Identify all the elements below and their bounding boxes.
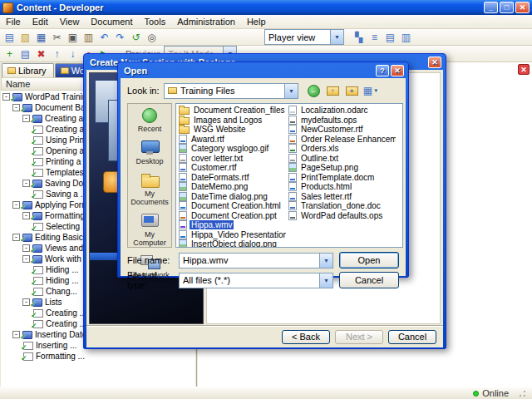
look-in-combo[interactable]: Training Files ▼ bbox=[164, 83, 298, 99]
resize-grip[interactable] bbox=[517, 388, 527, 398]
tree-expander-icon[interactable]: - bbox=[12, 104, 20, 111]
file-item[interactable]: cover letter.txt bbox=[179, 154, 286, 164]
tree-expander-icon[interactable]: - bbox=[22, 212, 30, 219]
tree-expander-icon[interactable]: - bbox=[22, 255, 30, 263]
menu-item-document[interactable]: Document bbox=[85, 15, 138, 28]
new-document-icon[interactable]: ▤ bbox=[2, 30, 17, 45]
file-item[interactable]: Localization.odarc bbox=[288, 106, 396, 116]
redo-icon[interactable]: ↷ bbox=[112, 30, 128, 45]
online-status-label: Online bbox=[482, 388, 509, 398]
menu-item-file[interactable]: File bbox=[0, 15, 27, 28]
tree-expander-icon[interactable]: - bbox=[12, 331, 20, 338]
close-button[interactable]: ✕ bbox=[515, 2, 530, 13]
preview-pane-icon[interactable]: ▥ bbox=[398, 30, 414, 45]
file-item[interactable]: PageSetup.png bbox=[288, 163, 396, 173]
undo-icon[interactable]: ↶ bbox=[96, 30, 112, 45]
refresh-icon[interactable]: ↺ bbox=[128, 30, 144, 45]
open-cancel-button[interactable]: Cancel bbox=[339, 272, 399, 288]
file-item[interactable]: Translation_done.doc bbox=[288, 201, 396, 211]
file-item[interactable]: PrintTemplate.docm bbox=[288, 173, 396, 183]
file-item[interactable]: WSG Website bbox=[179, 125, 286, 135]
file-item[interactable]: Customer.rtf bbox=[179, 163, 286, 173]
file-item[interactable]: Sales letter.rtf bbox=[288, 192, 396, 202]
file-item-label: DateTime dialog.png bbox=[190, 192, 269, 201]
book-icon: ✓ bbox=[22, 331, 32, 339]
open-icon[interactable]: ▧ bbox=[17, 30, 33, 45]
menu-item-help[interactable]: Help bbox=[241, 15, 272, 28]
next-button[interactable]: Next > bbox=[335, 330, 383, 344]
file-name-combo[interactable]: Hippa.wmv ▼ bbox=[179, 253, 333, 268]
move-up-icon[interactable]: ↑ bbox=[49, 47, 65, 62]
file-item[interactable]: Orders.xls bbox=[288, 144, 396, 154]
save-icon[interactable]: ▦ bbox=[33, 30, 49, 45]
file-item[interactable]: Category wsglogo.gif bbox=[179, 144, 286, 154]
details-view-icon[interactable]: ▤ bbox=[382, 30, 398, 45]
dialog-close-icon[interactable]: ✕ bbox=[428, 57, 441, 68]
checkmark-icon: ✓ bbox=[31, 192, 37, 200]
file-item[interactable]: Hippa.wmv bbox=[179, 220, 286, 230]
menu-item-administration[interactable]: Administration bbox=[171, 15, 241, 28]
tree-expander-icon[interactable]: - bbox=[12, 201, 20, 209]
file-item[interactable]: Document Creation_files bbox=[179, 106, 286, 116]
tree-expander-icon[interactable]: - bbox=[22, 180, 30, 187]
tree-expander-icon[interactable]: - bbox=[22, 244, 30, 252]
menu-item-view[interactable]: View bbox=[54, 15, 86, 28]
file-item[interactable]: Document Creation.html bbox=[179, 201, 286, 211]
file-item[interactable]: DateMemo.png bbox=[179, 182, 286, 192]
file-item[interactable]: Hippa_Video Presentation.html bbox=[179, 230, 286, 240]
file-type-combo[interactable]: All files (*.*) ▼ bbox=[179, 273, 333, 288]
file-item[interactable]: Document Creation.ppt bbox=[179, 211, 286, 221]
wizard-cancel-button[interactable]: Cancel bbox=[388, 330, 436, 344]
add-topic-icon[interactable]: ▤ bbox=[17, 47, 33, 62]
document-close-icon[interactable]: ✕ bbox=[518, 64, 530, 75]
tree-expander-icon[interactable]: - bbox=[22, 115, 30, 122]
html-file-icon bbox=[179, 230, 187, 239]
search-icon[interactable]: ◎ bbox=[144, 30, 160, 45]
open-dialog-close-icon[interactable]: ✕ bbox=[391, 65, 404, 76]
back-button[interactable]: < Back bbox=[282, 330, 330, 344]
tree-expander-icon[interactable]: - bbox=[12, 234, 20, 241]
file-item[interactable]: Order Release Enhancements.ppt bbox=[288, 135, 396, 145]
tab-library[interactable]: Library bbox=[2, 63, 54, 77]
place-desktop[interactable]: Desktop bbox=[135, 140, 163, 165]
place-my-documents[interactable]: My Documents bbox=[128, 172, 171, 206]
file-item[interactable]: Images and Logos bbox=[179, 116, 286, 126]
place-recent[interactable]: Recent bbox=[138, 107, 162, 133]
file-item[interactable]: DateTime dialog.png bbox=[179, 192, 286, 202]
file-item[interactable]: mydefaults.ops bbox=[288, 116, 396, 126]
delete-icon[interactable]: ✖ bbox=[33, 47, 49, 62]
file-item[interactable]: NewCustomer.rtf bbox=[288, 125, 396, 135]
file-item[interactable]: InsertObject dialog.png bbox=[179, 239, 286, 248]
back-nav-icon[interactable]: ← bbox=[305, 83, 322, 98]
book-icon: ✓ bbox=[22, 201, 32, 209]
add-section-icon[interactable]: + bbox=[2, 47, 17, 62]
tree-expander-icon[interactable]: - bbox=[2, 93, 10, 101]
list-view-icon[interactable]: ≡ bbox=[367, 30, 382, 45]
file-item[interactable]: DateFormats.rtf bbox=[179, 173, 286, 183]
tree-expander-icon[interactable]: - bbox=[22, 298, 30, 306]
new-folder-icon[interactable]: + bbox=[343, 83, 360, 98]
file-item[interactable]: Outline.txt bbox=[288, 154, 396, 164]
tiles-view-icon[interactable]: ▚ bbox=[351, 30, 367, 45]
up-one-level-icon[interactable]: ↑ bbox=[324, 83, 341, 98]
tree-item-label: Saving a ... bbox=[46, 190, 87, 199]
tree-item-label: Formatting ... bbox=[36, 352, 85, 361]
views-menu-icon[interactable]: ▦ ▼ bbox=[362, 83, 379, 98]
ppt-file-icon bbox=[179, 211, 187, 220]
file-item[interactable]: Products.html bbox=[288, 182, 396, 192]
tree-item[interactable]: ✓Formatting ... bbox=[1, 351, 195, 362]
menu-item-edit[interactable]: Edit bbox=[27, 15, 54, 28]
player-view-combo[interactable]: Player view ▼ bbox=[264, 29, 344, 45]
file-item[interactable]: WordPad defaults.ops bbox=[288, 211, 396, 221]
copy-icon[interactable]: ▣ bbox=[65, 30, 81, 45]
open-button[interactable]: Open bbox=[339, 252, 399, 268]
cut-icon[interactable]: ✂ bbox=[49, 30, 65, 45]
menu-item-tools[interactable]: Tools bbox=[139, 15, 172, 28]
paste-icon[interactable]: ▥ bbox=[81, 30, 96, 45]
move-down-icon[interactable]: ↓ bbox=[65, 47, 81, 62]
help-icon[interactable]: ? bbox=[376, 65, 389, 76]
file-item[interactable]: Award.rtf bbox=[179, 135, 286, 145]
minimize-button[interactable]: _ bbox=[484, 2, 498, 13]
maximize-button[interactable]: □ bbox=[500, 2, 514, 13]
place-my-computer[interactable]: My Computer bbox=[128, 213, 171, 247]
